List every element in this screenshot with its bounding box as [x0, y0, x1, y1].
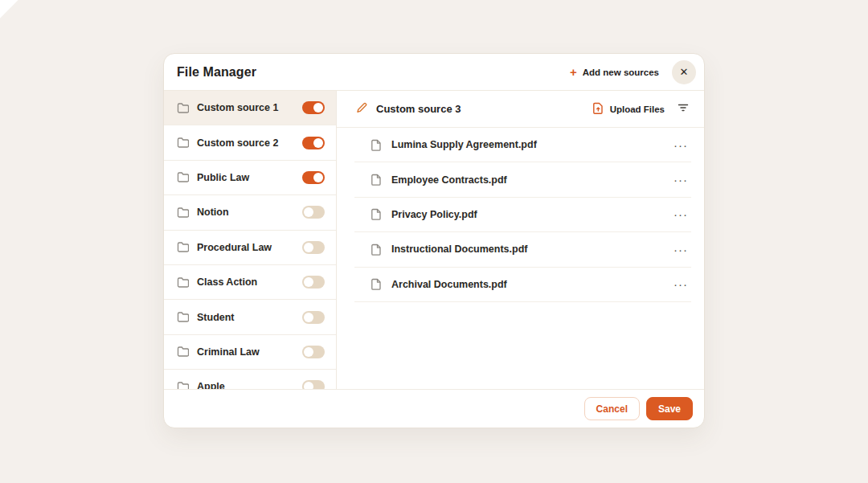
source-toggle[interactable]	[302, 137, 325, 149]
source-toggle[interactable]	[302, 380, 325, 389]
sidebar-item-class-action[interactable]: Class Action	[164, 265, 336, 300]
document-icon	[371, 278, 383, 290]
sources-sidebar: Custom source 1 Custom source 2 Public L…	[164, 91, 337, 389]
sidebar-item-label: Custom source 1	[197, 102, 302, 113]
ellipsis-icon: ···	[674, 277, 688, 291]
upload-file-icon	[592, 102, 604, 117]
file-name: Employee Contracts.pdf	[391, 174, 672, 186]
document-icon	[371, 208, 383, 220]
sidebar-item-label: Criminal Law	[197, 346, 302, 358]
folder-icon	[177, 276, 189, 289]
edit-source-button[interactable]	[356, 102, 367, 116]
ellipsis-icon: ···	[674, 138, 688, 152]
modal-header: File Manager + Add new sources ✕	[164, 54, 704, 91]
file-menu-button[interactable]: ···	[672, 174, 690, 186]
file-row: Lumina Supply Agreement.pdf ···	[354, 128, 691, 162]
file-menu-button[interactable]: ···	[672, 278, 690, 290]
sidebar-item-apple[interactable]: Apple	[164, 370, 336, 389]
file-menu-button[interactable]: ···	[672, 139, 690, 151]
sidebar-item-criminal-law[interactable]: Criminal Law	[164, 335, 336, 370]
file-list: Lumina Supply Agreement.pdf ··· Employee…	[337, 128, 704, 302]
source-toggle[interactable]	[302, 171, 325, 184]
plus-icon: +	[570, 66, 577, 78]
file-menu-button[interactable]: ···	[672, 208, 690, 220]
cancel-button[interactable]: Cancel	[584, 397, 640, 420]
sidebar-item-label: Public Law	[197, 172, 302, 183]
source-detail-header: Custom source 3 Upload Files	[337, 91, 704, 128]
sidebar-item-custom-source-1[interactable]: Custom source 1	[164, 91, 336, 125]
sidebar-item-label: Custom source 2	[197, 137, 302, 149]
folder-icon	[177, 381, 189, 389]
sidebar-item-label: Apple	[197, 381, 302, 389]
source-detail-panel: Custom source 3 Upload Files Lumina Supp…	[337, 91, 704, 389]
sidebar-item-label: Notion	[197, 207, 302, 218]
sidebar-item-student[interactable]: Student	[164, 300, 336, 334]
add-new-sources-button[interactable]: + Add new sources	[570, 66, 659, 78]
sidebar-item-label: Class Action	[197, 276, 302, 288]
source-toggle[interactable]	[302, 206, 325, 219]
file-name: Lumina Supply Agreement.pdf	[391, 139, 672, 150]
window-corner-artifact	[0, 0, 18, 18]
document-icon	[371, 174, 383, 186]
source-title: Custom source 3	[376, 103, 592, 115]
document-icon	[371, 139, 383, 151]
source-toggle[interactable]	[302, 101, 325, 114]
pencil-icon	[356, 102, 367, 116]
upload-files-button[interactable]: Upload Files	[592, 102, 665, 117]
document-icon	[371, 244, 383, 256]
close-icon: ✕	[680, 66, 689, 78]
file-menu-button[interactable]: ···	[672, 244, 690, 256]
file-manager-modal: File Manager + Add new sources ✕ Custom …	[163, 53, 705, 428]
sidebar-item-public-law[interactable]: Public Law	[164, 161, 336, 195]
header-actions: + Add new sources ✕	[570, 60, 696, 84]
modal-body: Custom source 1 Custom source 2 Public L…	[164, 91, 704, 389]
file-name: Archival Documents.pdf	[391, 279, 672, 290]
filter-icon	[677, 101, 690, 117]
add-new-sources-label: Add new sources	[583, 68, 659, 77]
file-name: Privacy Policy.pdf	[391, 209, 672, 220]
source-toggle[interactable]	[302, 241, 325, 254]
sidebar-item-label: Procedural Law	[197, 242, 302, 253]
sidebar-item-notion[interactable]: Notion	[164, 195, 336, 230]
file-row: Privacy Policy.pdf ···	[354, 198, 691, 232]
folder-icon	[177, 102, 189, 114]
ellipsis-icon: ···	[674, 173, 688, 186]
page-title: File Manager	[177, 65, 256, 80]
close-button[interactable]: ✕	[672, 60, 696, 84]
filter-button[interactable]	[677, 101, 690, 117]
folder-icon	[177, 346, 189, 358]
ellipsis-icon: ···	[674, 207, 688, 221]
folder-icon	[177, 241, 189, 253]
save-button[interactable]: Save	[646, 397, 693, 420]
file-name: Instructional Documents.pdf	[391, 244, 672, 255]
folder-icon	[177, 311, 189, 323]
sidebar-item-procedural-law[interactable]: Procedural Law	[164, 231, 336, 265]
source-toggle[interactable]	[302, 276, 325, 289]
folder-icon	[177, 137, 189, 149]
folder-icon	[177, 207, 189, 219]
source-toggle[interactable]	[302, 311, 325, 324]
folder-icon	[177, 171, 189, 183]
ellipsis-icon: ···	[674, 243, 688, 256]
modal-footer: Cancel Save	[164, 389, 704, 428]
sidebar-item-label: Student	[197, 312, 302, 323]
upload-files-label: Upload Files	[610, 104, 665, 114]
source-toggle[interactable]	[302, 346, 325, 358]
file-row: Employee Contracts.pdf ···	[354, 162, 691, 197]
sidebar-item-custom-source-2[interactable]: Custom source 2	[164, 125, 336, 160]
file-row: Instructional Documents.pdf ···	[354, 232, 691, 267]
file-row: Archival Documents.pdf ···	[354, 268, 691, 302]
